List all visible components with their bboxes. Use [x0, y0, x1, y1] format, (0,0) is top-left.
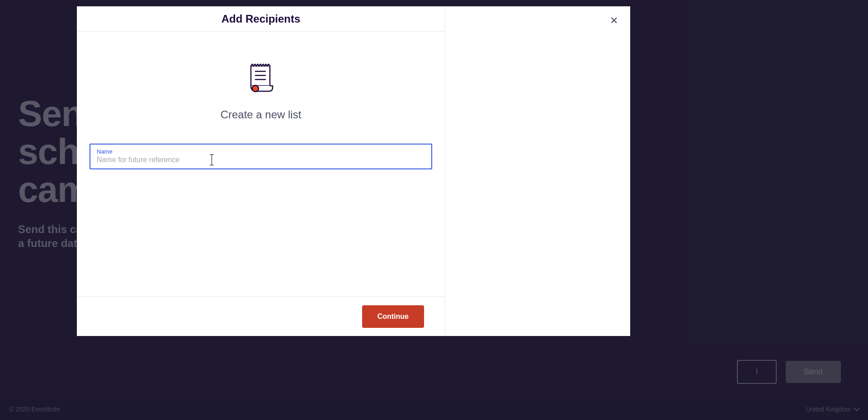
close-icon: ✕	[610, 15, 618, 27]
modal-left-panel: Add Recipients Create a new list	[77, 6, 445, 336]
name-input[interactable]	[97, 156, 425, 164]
continue-button[interactable]: Continue	[362, 305, 424, 328]
svg-point-3	[252, 85, 259, 92]
modal-header: Add Recipients	[77, 6, 445, 32]
modal-title: Add Recipients	[222, 13, 301, 25]
name-input-wrapper[interactable]: Name	[90, 144, 432, 169]
modal-right-panel: ✕	[445, 6, 630, 336]
name-input-label: Name	[97, 148, 425, 155]
add-recipients-modal: Add Recipients Create a new list	[77, 6, 630, 336]
list-scroll-icon	[247, 63, 274, 95]
close-button[interactable]: ✕	[609, 15, 619, 26]
modal-content: Create a new list Name	[77, 32, 445, 296]
modal-footer: Continue	[77, 296, 445, 336]
create-list-heading: Create a new list	[221, 108, 302, 121]
modal-body: Add Recipients Create a new list	[77, 6, 630, 336]
